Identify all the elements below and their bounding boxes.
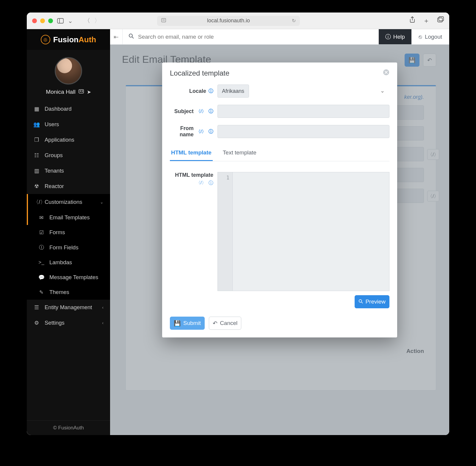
undo-icon: ↶	[213, 320, 217, 327]
brand-name: FusionAuth	[53, 35, 96, 44]
window-close-button[interactable]	[32, 18, 37, 23]
tab-dropdown-icon[interactable]: ⌄	[68, 17, 73, 24]
sidebar-item-tenants[interactable]: ▥Tenants	[27, 163, 110, 179]
terminal-icon: >_	[38, 259, 45, 265]
subject-input[interactable]	[217, 105, 389, 118]
search-icon	[358, 298, 363, 305]
svg-line-12	[132, 37, 134, 38]
sliders-icon: ⚙	[33, 320, 40, 326]
envelope-icon: ✉	[38, 215, 45, 221]
sidebar-item-lambdas[interactable]: >_Lambdas	[27, 255, 110, 270]
info-icon[interactable]: ⓘ	[209, 180, 213, 186]
building-icon: ▥	[33, 168, 40, 174]
locale-select[interactable]: Afrikaans	[217, 85, 249, 98]
sidebar-item-groups[interactable]: ☷Groups	[27, 148, 110, 163]
vcard-icon[interactable]	[79, 89, 84, 95]
sidebar-item-message-templates[interactable]: 💬Message Templates	[27, 270, 110, 285]
avatar[interactable]	[55, 57, 82, 85]
chevron-down-icon: ⌄	[100, 200, 104, 204]
localized-template-modal: Localized template Locale ⓘ	[162, 62, 397, 337]
code-icon: 〈/〉	[33, 198, 40, 206]
info-icon[interactable]: ⓘ	[209, 129, 213, 135]
sidebar-item-form-fields[interactable]: ⒾForm Fields	[27, 240, 110, 255]
from-name-input[interactable]	[217, 125, 389, 138]
svg-rect-2	[162, 18, 166, 22]
nav-forward-button[interactable]: 〉	[94, 17, 100, 25]
content: Edit Email Template 💾 ↶ ker.org). 〈/〉 〈/…	[110, 45, 449, 435]
code-icon[interactable]: 〈/〉	[196, 109, 206, 114]
location-icon[interactable]: ➤	[87, 89, 91, 95]
help-button[interactable]: ⓘ Help	[379, 29, 411, 44]
topbar-search[interactable]	[123, 33, 379, 40]
sidebar-copyright: © FusionAuth	[27, 420, 110, 435]
sidebar-toggle-icon[interactable]	[57, 18, 64, 24]
brush-icon: ✎	[38, 289, 45, 295]
info-icon[interactable]: ⓘ	[209, 88, 213, 94]
modal-footer: 💾 Submit ↶ Cancel	[162, 311, 397, 337]
tab-overview-icon[interactable]	[437, 16, 444, 25]
browser-titlebar: ⌄ 〈 〉 local.fusionauth.io ↻ ＋	[27, 12, 449, 29]
dashboard-icon: ▦	[33, 106, 40, 112]
text-cursor-icon: Ⓘ	[38, 244, 45, 251]
sidebar-item-settings[interactable]: ⚙Settings‹	[27, 315, 110, 331]
collapse-sidebar-button[interactable]: ⇤	[110, 29, 123, 44]
template-tabs: HTML template Text template	[170, 145, 389, 161]
locale-label: Locale ⓘ	[170, 88, 217, 94]
from-name-label: From name 〈/〉 ⓘ	[170, 125, 217, 138]
url-bar[interactable]: local.fusionauth.io ↻	[157, 16, 300, 26]
submit-button[interactable]: 💾 Submit	[170, 317, 205, 330]
logout-button[interactable]: ⎋ Logout	[411, 29, 449, 44]
traffic-lights	[32, 18, 53, 23]
sidebar-item-users[interactable]: 👥Users	[27, 117, 110, 132]
modal-body: Locale ⓘ Afrikaans Subject	[162, 79, 397, 311]
brand-mark-icon	[41, 35, 50, 44]
window-minimize-button[interactable]	[40, 18, 45, 23]
url-text: local.fusionauth.io	[207, 18, 250, 24]
svg-point-14	[359, 300, 362, 302]
svg-point-8	[80, 90, 81, 92]
sidebar-item-reactor[interactable]: ☢Reactor	[27, 179, 110, 194]
brand-logo[interactable]: FusionAuth	[27, 29, 110, 50]
locale-row: Locale ⓘ Afrikaans	[170, 85, 389, 98]
html-template-label: HTML template 〈/〉 ⓘ	[170, 172, 217, 291]
sidebar-item-email-templates[interactable]: ✉Email Templates	[27, 210, 110, 225]
tab-text-template[interactable]: Text template	[222, 145, 258, 161]
subject-row: Subject 〈/〉 ⓘ	[170, 105, 389, 118]
svg-rect-10	[82, 91, 83, 92]
subject-label: Subject 〈/〉 ⓘ	[170, 108, 217, 115]
sidebar-item-customizations[interactable]: 〈/〉 Customizations ⌄	[27, 194, 110, 210]
help-icon: ⓘ	[385, 33, 391, 41]
editor-gutter: 1	[218, 172, 233, 291]
reader-icon	[161, 18, 166, 24]
chevron-left-icon: ‹	[102, 320, 104, 325]
preview-button[interactable]: Preview	[355, 295, 389, 308]
code-icon[interactable]: 〈/〉	[196, 180, 206, 186]
editor-body[interactable]	[233, 172, 389, 291]
tab-html-template[interactable]: HTML template	[170, 145, 213, 161]
sidebar: FusionAuth Monica Hall ➤ ▦Dashboard 👥Use…	[27, 29, 110, 435]
browser-window: ⌄ 〈 〉 local.fusionauth.io ↻ ＋	[27, 12, 449, 435]
code-icon[interactable]: 〈/〉	[196, 129, 206, 135]
svg-rect-6	[439, 17, 444, 21]
app: FusionAuth Monica Hall ➤ ▦Dashboard 👥Use…	[27, 29, 449, 435]
cube-icon: ❒	[33, 137, 40, 143]
html-template-editor[interactable]: 1	[217, 172, 389, 291]
svg-rect-0	[57, 18, 63, 23]
share-icon[interactable]	[409, 16, 415, 25]
window-zoom-button[interactable]	[48, 18, 53, 23]
sidebar-item-applications[interactable]: ❒Applications	[27, 132, 110, 148]
sidebar-item-forms[interactable]: ☑Forms	[27, 225, 110, 240]
info-icon[interactable]: ⓘ	[209, 108, 213, 115]
new-tab-icon[interactable]: ＋	[423, 16, 430, 25]
sidebar-item-entity-management[interactable]: ☰Entity Management‹	[27, 300, 110, 315]
svg-line-15	[361, 302, 363, 303]
nav-back-button[interactable]: 〈	[84, 17, 90, 25]
reload-icon[interactable]: ↻	[292, 18, 296, 24]
svg-point-11	[129, 34, 132, 37]
cancel-button[interactable]: ↶ Cancel	[209, 317, 241, 330]
sidebar-item-dashboard[interactable]: ▦Dashboard	[27, 101, 110, 117]
svg-rect-5	[438, 18, 442, 22]
search-input[interactable]	[138, 34, 373, 40]
modal-close-button[interactable]	[383, 69, 389, 77]
sidebar-item-themes[interactable]: ✎Themes	[27, 285, 110, 300]
